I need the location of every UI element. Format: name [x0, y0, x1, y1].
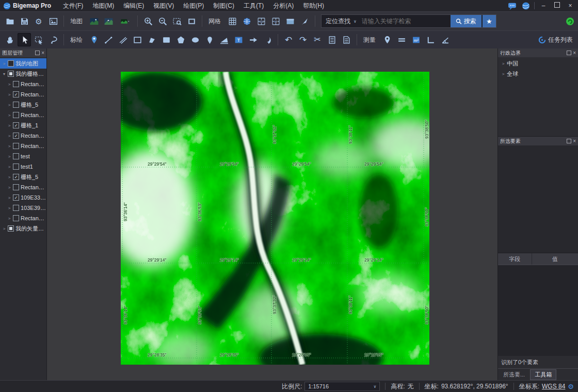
- chevron-icon[interactable]: >: [2, 61, 6, 66]
- grid-clear-button[interactable]: [298, 14, 311, 28]
- layer-checkbox[interactable]: [13, 184, 19, 190]
- layer-row-12[interactable]: >Rectangle...: [0, 182, 46, 192]
- draw-ellipse-button[interactable]: [188, 33, 202, 46]
- layer-checkbox[interactable]: [13, 205, 19, 211]
- layer-row-1[interactable]: ▾我的栅格图层: [0, 69, 46, 79]
- redo-button[interactable]: ↷: [296, 33, 310, 46]
- grid-km-button[interactable]: KM: [254, 14, 268, 28]
- measure-distance-button[interactable]: [395, 33, 408, 46]
- zoom-out-button[interactable]: [156, 14, 169, 28]
- float-panel-icon[interactable]: [35, 51, 40, 55]
- close-panel-icon[interactable]: ×: [41, 51, 44, 56]
- layer-row-10[interactable]: >test1: [0, 161, 46, 172]
- chevron-icon[interactable]: >: [501, 72, 505, 76]
- chevron-icon[interactable]: >: [7, 134, 11, 138]
- cut-button[interactable]: ✂: [311, 33, 324, 46]
- layer-row-2[interactable]: >Rectangle...: [0, 79, 46, 89]
- draw-polyline-button[interactable]: [116, 33, 130, 46]
- grid-folder-button[interactable]: [283, 14, 297, 28]
- chevron-icon[interactable]: >: [7, 92, 11, 97]
- layer-checkbox[interactable]: [13, 122, 19, 128]
- map-canvas[interactable]: 29°29'54"29°29'54"29°29'54"29°29'54"29°2…: [47, 48, 497, 380]
- layer-checkbox[interactable]: [13, 164, 19, 170]
- chevron-icon[interactable]: >: [7, 103, 11, 107]
- layer-row-11[interactable]: >栅格_5: [0, 172, 46, 182]
- layer-checkbox[interactable]: [13, 215, 19, 221]
- menu-item-8[interactable]: 帮助(H): [298, 1, 329, 11]
- menu-item-7[interactable]: 分析(A): [268, 1, 298, 11]
- draw-teardrop-button[interactable]: [203, 33, 216, 46]
- layer-row-3[interactable]: >Rectangle...: [0, 89, 46, 100]
- message-button[interactable]: [506, 1, 518, 10]
- layer-checkbox[interactable]: [13, 102, 19, 108]
- layer-checkbox[interactable]: [13, 143, 19, 149]
- layer-checkbox[interactable]: [13, 153, 19, 159]
- chevron-icon[interactable]: >: [7, 216, 11, 221]
- grid-button[interactable]: [226, 14, 239, 28]
- layer-checkbox[interactable]: [8, 225, 14, 232]
- admin-row-0[interactable]: >中国: [498, 58, 578, 69]
- favorite-button[interactable]: ★: [483, 15, 496, 27]
- chevron-icon[interactable]: >: [7, 165, 11, 169]
- draw-line-button[interactable]: [102, 33, 115, 46]
- close-panel-icon[interactable]: ×: [573, 139, 576, 144]
- layer-row-5[interactable]: >Rectangle...: [0, 110, 46, 120]
- menu-item-2[interactable]: 编辑(E): [119, 1, 149, 11]
- draw-text-button[interactable]: T: [232, 33, 245, 46]
- zoom-in-button[interactable]: [141, 14, 155, 28]
- full-extent-button[interactable]: [185, 14, 198, 28]
- minimize-button[interactable]: –: [539, 1, 548, 10]
- draw-curve-button[interactable]: [261, 33, 274, 46]
- menu-item-1[interactable]: 地图(M): [88, 1, 119, 11]
- scale-select[interactable]: 1:15716 ∨: [304, 382, 380, 391]
- chevron-icon[interactable]: >: [7, 123, 11, 128]
- float-panel-icon[interactable]: [567, 139, 571, 143]
- draw-point-button[interactable]: [87, 33, 101, 46]
- measure-area-button[interactable]: m²: [409, 33, 423, 46]
- chevron-icon[interactable]: >: [7, 185, 11, 190]
- layer-checkbox[interactable]: [13, 194, 19, 201]
- layer-checkbox[interactable]: [13, 91, 19, 97]
- measure-azimuth-button[interactable]: [438, 33, 452, 46]
- task-list-button[interactable]: 任务列表: [536, 33, 575, 46]
- measure-position-button[interactable]: [380, 33, 394, 46]
- network-status-icon[interactable]: [565, 16, 575, 26]
- layer-checkbox[interactable]: [8, 60, 14, 67]
- float-panel-icon[interactable]: [567, 51, 571, 55]
- grid-m-button[interactable]: M: [269, 14, 282, 28]
- open-button[interactable]: [3, 14, 17, 28]
- select-tool-button[interactable]: [18, 33, 31, 46]
- tab-toolbox[interactable]: 工具箱: [530, 369, 556, 380]
- layer-row-4[interactable]: >栅格_5: [0, 100, 46, 110]
- chevron-icon[interactable]: >: [7, 154, 11, 159]
- copy-button[interactable]: [325, 33, 339, 46]
- layer-row-15[interactable]: >Rectangle...: [0, 213, 46, 223]
- draw-polygon-button[interactable]: [145, 33, 158, 46]
- layer-row-9[interactable]: >test: [0, 151, 46, 161]
- layer-checkbox[interactable]: [13, 174, 19, 180]
- chevron-icon[interactable]: >: [7, 113, 11, 118]
- menu-item-6[interactable]: 工具(T): [239, 1, 268, 11]
- pan-tool-button[interactable]: [3, 33, 17, 46]
- save-button[interactable]: [18, 14, 31, 28]
- layer-row-0[interactable]: >我的地图: [0, 58, 46, 69]
- undo-button[interactable]: ↶: [282, 33, 295, 46]
- keyword-input[interactable]: [361, 14, 451, 28]
- chevron-icon[interactable]: >: [2, 226, 6, 231]
- layer-row-6[interactable]: >栅格_1: [0, 120, 46, 130]
- zoom-rect-button[interactable]: [170, 14, 184, 28]
- chevron-icon[interactable]: >: [7, 144, 11, 149]
- draw-pentagon-button[interactable]: [174, 33, 187, 46]
- menu-item-3[interactable]: 视图(V): [149, 1, 179, 11]
- layer-row-7[interactable]: >Rectangle...: [0, 130, 46, 141]
- crs-link[interactable]: WGS 84: [542, 383, 565, 390]
- basemap-terrain-button[interactable]: [102, 14, 115, 28]
- layer-checkbox[interactable]: [13, 112, 19, 118]
- basemap-satellite-button[interactable]: [87, 14, 101, 28]
- map-viewport[interactable]: 29°29'54"29°29'54"29°29'54"29°29'54"29°2…: [121, 72, 429, 365]
- draw-arrow-button[interactable]: [246, 33, 260, 46]
- chevron-icon[interactable]: >: [7, 195, 11, 200]
- search-button[interactable]: 搜索: [451, 15, 481, 27]
- measure-angle-button[interactable]: [424, 33, 437, 46]
- menu-item-5[interactable]: 制图(C): [208, 1, 239, 11]
